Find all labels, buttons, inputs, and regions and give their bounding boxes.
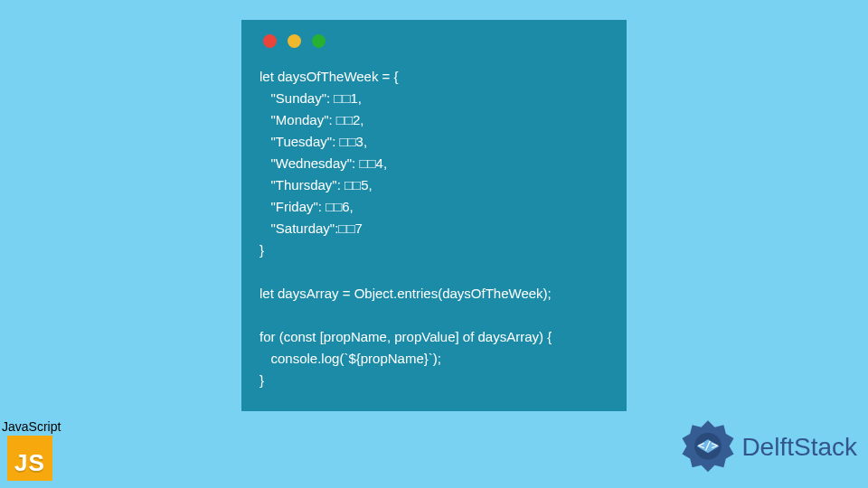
delftstack-brand: </> DelftStack: [680, 419, 857, 475]
svg-text:</>: </>: [698, 438, 718, 452]
close-icon: [263, 34, 277, 48]
code-content: let daysOfTheWeek = { "Sunday": □□1, "Mo…: [259, 66, 609, 391]
maximize-icon: [312, 34, 326, 48]
minimize-icon: [288, 34, 301, 48]
javascript-badge: JavaScript JS: [2, 419, 61, 481]
delftstack-logo-icon: </>: [680, 419, 736, 475]
window-controls: [263, 34, 609, 48]
delftstack-name: DelftStack: [741, 433, 857, 462]
code-window: let daysOfTheWeek = { "Sunday": □□1, "Mo…: [241, 20, 627, 411]
javascript-logo-text: JS: [14, 449, 45, 477]
javascript-label: JavaScript: [2, 419, 61, 434]
javascript-logo-icon: JS: [7, 436, 52, 481]
